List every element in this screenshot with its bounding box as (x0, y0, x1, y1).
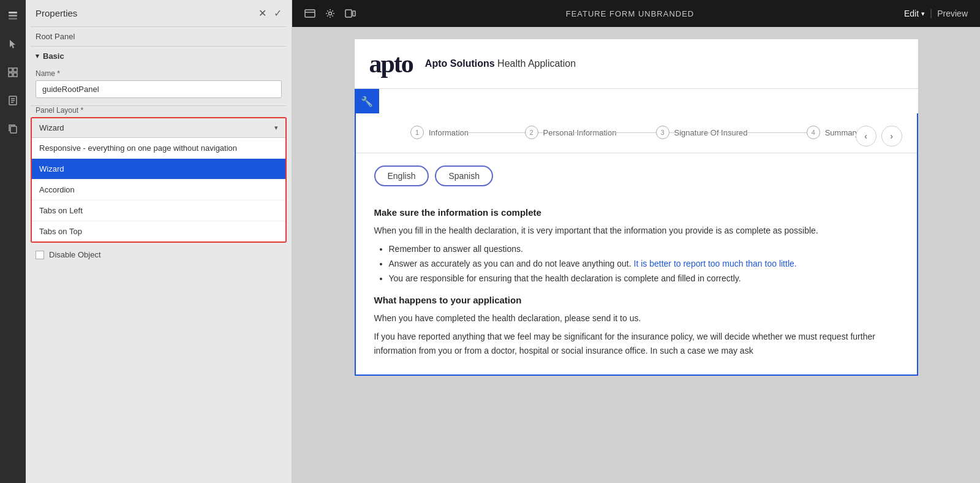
wizard-steps-container: 1 Information 2 Personal Inf (356, 113, 917, 153)
settings-icon[interactable] (325, 9, 335, 18)
section2-title: What happens to your application (374, 295, 899, 305)
properties-header-icons: ✕ ✓ (258, 7, 282, 19)
section2-paragraph2: If you have reported anything that we fe… (374, 330, 899, 357)
copy-icon[interactable] (4, 120, 21, 137)
language-section: English Spanish (356, 153, 917, 192)
left-sidebar (0, 0, 26, 483)
top-nav-icons (304, 9, 356, 18)
form-area: apto Apto Solutions Health Application 🔧 (292, 27, 980, 483)
edit-button[interactable]: Edit ▾ (904, 9, 925, 18)
step-4-circle: 4 (807, 126, 820, 139)
option-tabs-top[interactable]: Tabs on Top (32, 221, 285, 242)
svg-rect-15 (345, 10, 352, 17)
svg-rect-0 (9, 12, 17, 13)
next-arrow-button[interactable]: › (881, 126, 902, 146)
step-4-label: Summary (825, 128, 859, 137)
dropdown-selected-value[interactable]: Wizard ▾ (32, 118, 285, 138)
wizard-step-3[interactable]: 3 Signature Of Insured (636, 126, 767, 153)
svg-rect-12 (305, 10, 315, 17)
wizard-step-2[interactable]: 2 Personal Information (505, 126, 636, 153)
edit-dropdown-icon: ▾ (921, 10, 925, 18)
properties-title: Properties (36, 8, 77, 18)
option-wizard[interactable]: Wizard (32, 159, 285, 180)
bullet-1: Remember to answer all questions. (389, 242, 899, 257)
preview-button[interactable]: Preview (937, 9, 968, 18)
wizard-tabs: 1 Information 2 Personal Inf (356, 113, 917, 153)
root-panel-label: Root Panel (26, 27, 292, 46)
step-2-circle: 2 (525, 126, 538, 139)
panel-layout-label: Panel Layout * (26, 106, 292, 115)
svg-rect-3 (9, 68, 12, 72)
svg-rect-16 (353, 11, 355, 16)
grid-icon[interactable] (4, 64, 21, 81)
cursor-icon[interactable] (4, 36, 21, 53)
basic-chevron-icon: ▾ (36, 52, 39, 60)
svg-rect-11 (10, 126, 17, 133)
step-1-circle: 1 (410, 126, 424, 139)
basic-section-header[interactable]: ▾ Basic (26, 47, 292, 66)
disable-object-checkbox[interactable] (36, 251, 44, 259)
option-accordion[interactable]: Accordion (32, 180, 285, 200)
svg-rect-6 (13, 73, 17, 77)
dropdown-arrow-icon: ▾ (274, 124, 278, 132)
form-content: 1 Information 2 Personal Inf (355, 113, 918, 376)
bullet-2-highlight: It is better to report too much than too… (634, 259, 797, 268)
section2-paragraph1: When you have completed the health decla… (374, 311, 899, 325)
layers-icon[interactable] (4, 7, 21, 25)
option-tabs-left[interactable]: Tabs on Left (32, 200, 285, 221)
top-nav: FEATURE FORM UNBRANDED Edit ▾ | Preview (292, 0, 980, 27)
spanish-button[interactable]: Spanish (435, 165, 493, 186)
book-icon[interactable] (4, 92, 21, 109)
bullet-2: Answer as accurately as you can and do n… (389, 257, 899, 272)
company-name: Apto Solutions Health Application (425, 58, 576, 69)
top-nav-title: FEATURE FORM UNBRANDED (566, 9, 695, 18)
section1-paragraph: When you fill in the health declaration,… (374, 224, 899, 237)
svg-rect-5 (9, 73, 12, 77)
form-header: apto Apto Solutions Health Application (355, 39, 918, 89)
properties-panel: Properties ✕ ✓ Root Panel ▾ Basic Name *… (26, 0, 292, 483)
prev-arrow-button[interactable]: ‹ (856, 126, 876, 146)
section1-bullets: Remember to answer all questions. Answer… (389, 242, 899, 286)
svg-rect-4 (13, 68, 17, 72)
wizard-step-1[interactable]: 1 Information (374, 126, 505, 153)
english-button[interactable]: English (374, 165, 429, 186)
name-input[interactable] (36, 80, 282, 98)
top-nav-actions: Edit ▾ | Preview (904, 8, 968, 19)
svg-rect-1 (9, 15, 17, 17)
step-4-top: 4 Summary (807, 126, 859, 139)
check-icon[interactable]: ✓ (274, 7, 282, 19)
nav-arrows: ‹ › (856, 126, 902, 146)
name-field-group: Name * (26, 66, 292, 105)
dropdown-options-list: Responsive - everything on one page with… (32, 138, 285, 242)
disable-object-label: Disable Object (49, 250, 101, 259)
svg-point-14 (329, 12, 332, 15)
close-icon[interactable]: ✕ (258, 7, 266, 19)
layout-icon[interactable] (304, 9, 315, 18)
form-body: Make sure the information is complete Wh… (356, 192, 917, 375)
responsive-icon[interactable] (345, 9, 356, 18)
wrench-icon: 🔧 (361, 96, 373, 107)
selected-option-label: Wizard (39, 123, 64, 132)
name-field-label: Name * (36, 69, 282, 78)
nav-separator: | (930, 8, 932, 19)
step-3-circle: 3 (656, 126, 669, 139)
logo-text: apto (369, 49, 413, 78)
application-title: Health Application (497, 58, 576, 69)
svg-rect-2 (9, 18, 17, 20)
toolbar-row: 🔧 (355, 89, 918, 113)
toolbar-button[interactable]: 🔧 (355, 89, 379, 113)
bullet-3: You are responsible for ensuring that th… (389, 272, 899, 286)
lang-buttons: English Spanish (374, 165, 899, 186)
properties-header: Properties ✕ ✓ (26, 0, 292, 26)
disable-object-row: Disable Object (26, 243, 292, 267)
main-area: FEATURE FORM UNBRANDED Edit ▾ | Preview … (292, 0, 980, 483)
option-responsive[interactable]: Responsive - everything on one page with… (32, 138, 285, 159)
basic-section-label: Basic (43, 51, 64, 61)
panel-layout-dropdown[interactable]: Wizard ▾ Responsive - everything on one … (31, 117, 287, 243)
section1-title: Make sure the information is complete (374, 207, 899, 218)
